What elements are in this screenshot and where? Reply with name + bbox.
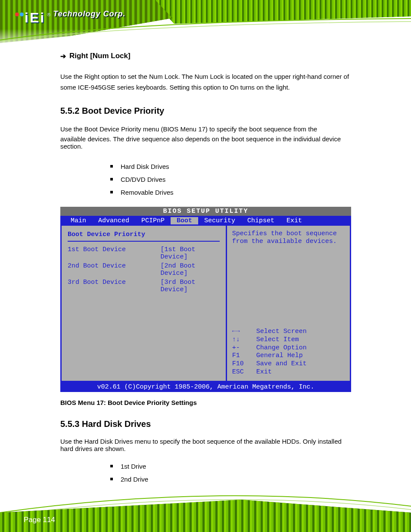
tab-pcipnp[interactable]: PCIPnP <box>135 217 171 224</box>
drive-list: 1st Drive 2nd Drive <box>60 460 353 486</box>
logo-indicator-red-icon <box>15 12 19 16</box>
page-number: Page 114 <box>24 516 55 524</box>
logo-tagline: Technology Corp. <box>53 9 125 19</box>
param-body: Use the Right option to set the Num Lock… <box>60 72 353 93</box>
top-banner: i E i ® Technology Corp. <box>0 0 411 48</box>
key-hint: ESCExit <box>232 368 345 376</box>
bios-row[interactable]: 3rd Boot Device [3rd Boot Device] <box>68 278 220 294</box>
key-hint-desc: Exit <box>256 368 272 376</box>
bios-title: BIOS SETUP UTILITY <box>60 207 351 216</box>
bios-row-value: [2nd Boot Device] <box>160 262 219 277</box>
subsection-body: Use the Hard Disk Drives menu to specify… <box>60 438 353 452</box>
logo-indicator-blue-icon <box>20 12 24 16</box>
figure-caption: BIOS Menu 17: Boot Device Priority Setti… <box>60 399 353 406</box>
bios-row[interactable]: 1st Boot Device [1st Boot Device] <box>68 245 220 261</box>
bios-right-pane: Specifies the boot sequence from the ava… <box>227 226 350 381</box>
tab-security[interactable]: Security <box>198 217 241 224</box>
key-hint-desc: Change Option <box>256 344 307 352</box>
logo-registered: ® <box>47 12 50 17</box>
bios-setup-utility: BIOS SETUP UTILITY Main Advanced PCIPnP … <box>60 207 351 392</box>
logo-mark: i E i <box>15 10 44 26</box>
section-intro-2: available devices. The drive sequence al… <box>60 135 353 150</box>
bios-row-value: [3rd Boot Device] <box>160 279 219 293</box>
key-hint: F10Save and Exit <box>232 360 345 368</box>
key-hint-key: ←→ <box>232 328 256 336</box>
bios-pane-title: Boot Device Priority <box>68 231 220 242</box>
logo-letter-e: E <box>30 10 39 26</box>
tab-advanced[interactable]: Advanced <box>92 217 135 224</box>
list-item: Hard Disk Drives <box>110 160 353 173</box>
bios-row-label: 2nd Boot Device <box>68 262 160 277</box>
tab-boot[interactable]: Boot <box>171 217 198 224</box>
key-hint-desc: General Help <box>256 352 303 360</box>
bios-row-label: 1st Boot Device <box>68 246 160 261</box>
bios-row-value: [1st Boot Device] <box>160 246 219 261</box>
bottom-banner: Page 114 <box>0 482 411 532</box>
key-hint: +-Change Option <box>232 344 345 352</box>
param-heading-text: Right [Num Lock] <box>69 52 131 60</box>
logo-letter-i2: i <box>40 10 44 26</box>
list-item: CD/DVD Drives <box>110 173 353 186</box>
drive-type-list: Hard Disk Drives CD/DVD Drives Removable… <box>60 160 353 199</box>
subsection-title: 5.5.3 Hard Disk Drives <box>60 419 353 429</box>
content: ➔ Right [Num Lock] Use the Right option … <box>60 52 353 492</box>
bios-footer: v02.61 (C)Copyright 1985-2006, American … <box>60 382 351 392</box>
section-intro-1: Use the Boot Device Priority menu (BIOS … <box>60 125 353 133</box>
key-hint-key: F1 <box>232 352 256 360</box>
logo-letter-i: i <box>25 10 29 26</box>
section-title: 5.5.2 Boot Device Priority <box>60 106 353 116</box>
key-hint: F1General Help <box>232 352 345 360</box>
bios-left-pane: Boot Device Priority 1st Boot Device [1s… <box>62 226 227 381</box>
bios-body: Boot Device Priority 1st Boot Device [1s… <box>60 226 351 382</box>
list-item: Removable Drives <box>110 186 353 199</box>
bios-row[interactable]: 2nd Boot Device [2nd Boot Device] <box>68 261 220 278</box>
list-item: 1st Drive <box>110 460 353 473</box>
bios-help-text: Specifies the boot sequence from the ava… <box>232 230 345 246</box>
tab-exit[interactable]: Exit <box>280 217 308 224</box>
key-hint-key: +- <box>232 344 256 352</box>
key-hint-key: F10 <box>232 360 256 368</box>
bios-tabs: Main Advanced PCIPnP Boot Security Chips… <box>60 216 351 226</box>
key-hint-key: ESC <box>232 368 256 376</box>
key-hint-desc: Select Screen <box>256 328 307 336</box>
key-hint-desc: Save and Exit <box>256 360 307 368</box>
bios-row-label: 3rd Boot Device <box>68 279 160 293</box>
bios-rows: 1st Boot Device [1st Boot Device] 2nd Bo… <box>68 245 220 294</box>
key-hint: ←→Select Screen <box>232 328 345 336</box>
key-hint-key: ↑↓ <box>232 336 256 344</box>
tab-chipset[interactable]: Chipset <box>241 217 280 224</box>
tab-main[interactable]: Main <box>65 217 92 224</box>
param-heading: ➔ Right [Num Lock] <box>60 52 353 60</box>
key-hint: ↑↓Select Item <box>232 336 345 344</box>
key-hint-desc: Select Item <box>256 336 299 344</box>
page-number-text: Page 114 <box>24 516 55 524</box>
arrow-right-icon: ➔ <box>60 52 66 60</box>
logo: i E i ® Technology Corp. <box>15 9 126 26</box>
bios-key-hints: ←→Select Screen ↑↓Select Item +-Change O… <box>232 328 345 376</box>
